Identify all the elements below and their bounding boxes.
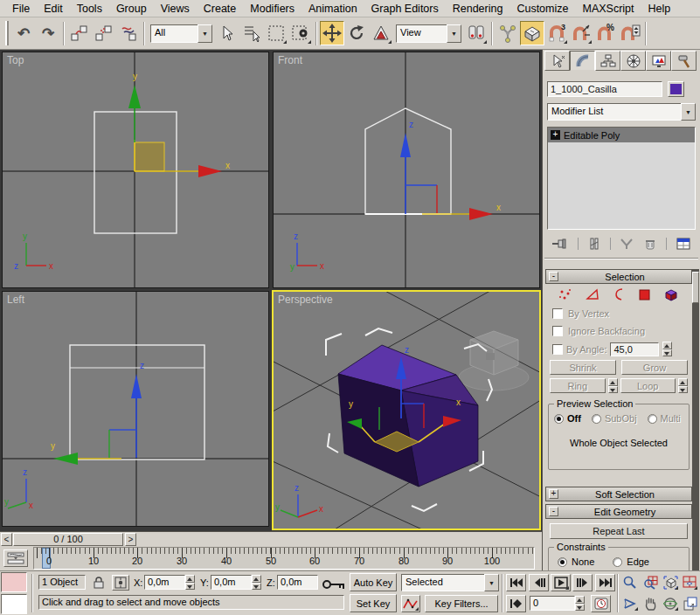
- play-animation-button[interactable]: [551, 574, 571, 591]
- next-frame-arrow-button[interactable]: >: [125, 533, 136, 546]
- constraint-edge-radio[interactable]: [613, 557, 622, 567]
- auto-key-button[interactable]: Auto Key: [350, 573, 397, 591]
- field-of-view-button[interactable]: [620, 595, 640, 612]
- edge-subobject-icon[interactable]: [585, 287, 600, 301]
- menu-create[interactable]: Create: [197, 3, 244, 15]
- select-by-name-button[interactable]: [239, 21, 264, 45]
- chevron-down-icon[interactable]: ▼: [681, 103, 696, 121]
- menu-file[interactable]: File: [5, 3, 37, 15]
- y-coordinate-field[interactable]: 0,0m: [211, 575, 252, 590]
- menu-animation[interactable]: Animation: [301, 3, 364, 15]
- key-filter-selection-combo[interactable]: Selected ▼: [401, 574, 499, 591]
- angle-snap-toggle-button[interactable]: [569, 21, 593, 45]
- bind-to-space-warp-button[interactable]: [116, 21, 141, 45]
- menu-modifiers[interactable]: Modifiers: [243, 3, 301, 15]
- pan-view-button[interactable]: [641, 595, 660, 612]
- select-and-manipulate-button[interactable]: [496, 21, 520, 45]
- absolute-offset-mode-toggle[interactable]: [112, 575, 129, 591]
- frame-spinner[interactable]: [575, 596, 585, 611]
- menu-help[interactable]: Help: [641, 3, 678, 15]
- key-filters-button[interactable]: Key Filters...: [425, 595, 498, 612]
- pin-stack-icon[interactable]: [551, 237, 569, 251]
- viewport-left-label[interactable]: Left: [7, 294, 24, 306]
- default-in-out-tangents-button[interactable]: [401, 595, 420, 612]
- time-slider[interactable]: < 0 / 100 >: [0, 531, 542, 547]
- tab-hierarchy[interactable]: [595, 51, 620, 71]
- rectangular-selection-region-button[interactable]: [264, 21, 288, 45]
- use-pivot-point-center-button[interactable]: [464, 21, 489, 45]
- modifier-list-combo[interactable]: Modifier List ▼: [547, 103, 696, 121]
- tab-utilities[interactable]: [671, 51, 697, 71]
- menu-views[interactable]: Views: [154, 3, 197, 15]
- remove-modifier-icon[interactable]: [643, 237, 657, 251]
- preview-multi-radio[interactable]: [648, 414, 657, 424]
- chevron-down-icon[interactable]: ▼: [484, 574, 499, 591]
- scrollbar-thumb[interactable]: [692, 272, 699, 303]
- constraint-none-radio[interactable]: [558, 557, 567, 567]
- border-subobject-icon[interactable]: [612, 287, 626, 301]
- by-angle-spinner[interactable]: [662, 342, 672, 356]
- collapse-minus-icon[interactable]: -: [549, 507, 558, 516]
- redo-button[interactable]: ↷: [36, 21, 60, 45]
- set-key-button[interactable]: Set Key: [350, 594, 397, 612]
- by-vertex-checkbox[interactable]: [552, 308, 563, 319]
- reference-coordinate-system-combo[interactable]: View ▼: [396, 24, 461, 43]
- select-and-move-button[interactable]: [320, 21, 344, 45]
- shrink-button[interactable]: Shrink: [550, 360, 616, 375]
- window-crossing-button[interactable]: [288, 21, 313, 45]
- menu-group[interactable]: Group: [109, 3, 154, 15]
- by-angle-checkbox[interactable]: [552, 344, 563, 355]
- tab-display[interactable]: [646, 51, 671, 71]
- spinner-snap-toggle-button[interactable]: [618, 21, 642, 45]
- maxscript-listener-pane[interactable]: [1, 594, 27, 614]
- x-coordinate-field[interactable]: 0,0m: [144, 575, 185, 590]
- zoom-all-button[interactable]: [641, 574, 660, 591]
- select-object-button[interactable]: [215, 21, 239, 45]
- polygon-subobject-icon[interactable]: [637, 287, 651, 301]
- x-spinner[interactable]: [185, 575, 195, 590]
- track-bar-ruler[interactable]: 0 10 20 30 40 50 60 70 80 90 100: [33, 547, 535, 570]
- menu-maxscript[interactable]: MAXScript: [575, 3, 641, 15]
- y-spinner[interactable]: [252, 575, 261, 590]
- undo-button[interactable]: ↶: [11, 21, 36, 45]
- box-wireframe-top[interactable]: [94, 112, 177, 233]
- soft-selection-header[interactable]: + Soft Selection: [545, 487, 692, 501]
- menu-tools[interactable]: Tools: [70, 3, 109, 15]
- expand-plus-icon[interactable]: +: [549, 489, 558, 499]
- object-color-swatch[interactable]: [668, 81, 684, 97]
- box-wireframe-left[interactable]: [70, 345, 204, 460]
- loop-button[interactable]: Loop: [620, 378, 676, 393]
- percent-snap-toggle-button[interactable]: %: [593, 21, 618, 45]
- viewport-front-label[interactable]: Front: [278, 54, 302, 66]
- ring-spinner[interactable]: [608, 378, 618, 393]
- previous-frame-button[interactable]: [529, 574, 549, 591]
- snaps-toggle-button[interactable]: 3: [544, 21, 569, 45]
- selection-filter-combo[interactable]: All ▼: [150, 24, 212, 43]
- toolbar-grip[interactable]: [5, 21, 9, 45]
- select-and-rotate-button[interactable]: [344, 21, 369, 45]
- configure-modifier-sets-icon[interactable]: [676, 237, 691, 251]
- move-gizmo-left[interactable]: z y: [51, 361, 144, 465]
- keyboard-shortcut-override-button[interactable]: [520, 21, 544, 45]
- menu-edit[interactable]: Edit: [37, 3, 70, 15]
- open-mini-curve-editor-button[interactable]: [3, 549, 28, 567]
- menu-customize[interactable]: Customize: [509, 3, 575, 15]
- element-subobject-icon[interactable]: [662, 287, 680, 302]
- zoom-button[interactable]: [620, 574, 640, 591]
- menu-graph-editors[interactable]: Graph Editors: [364, 3, 446, 15]
- object-name-field[interactable]: 1_1000_Casilla: [547, 81, 662, 97]
- by-angle-field[interactable]: 45,0: [610, 342, 659, 356]
- modifier-stack-list[interactable]: + Editable Poly: [547, 127, 696, 230]
- selected-object-casilla[interactable]: [338, 345, 478, 487]
- viewport-perspective-label[interactable]: Perspective: [278, 294, 333, 306]
- time-slider-handle[interactable]: 0 / 100: [13, 533, 123, 546]
- go-to-start-button[interactable]: [506, 574, 526, 591]
- current-frame-field[interactable]: 0: [530, 596, 575, 611]
- select-and-scale-button[interactable]: [369, 21, 393, 45]
- viewport-perspective[interactable]: Perspective: [272, 290, 541, 530]
- select-and-link-button[interactable]: [67, 21, 92, 45]
- tab-modify[interactable]: [570, 51, 595, 71]
- grow-button[interactable]: Grow: [621, 360, 688, 375]
- loop-spinner[interactable]: [678, 378, 688, 393]
- arc-rotate-button[interactable]: [661, 595, 680, 612]
